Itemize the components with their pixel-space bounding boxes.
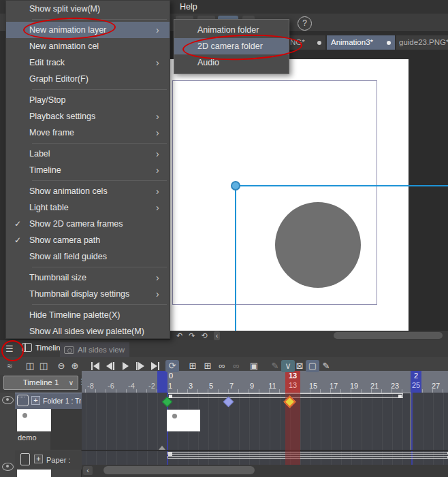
all-sides-camera-icon bbox=[64, 346, 74, 354]
zoom-out-icon[interactable]: ⊖ bbox=[54, 360, 68, 372]
cel-thumbnail-list[interactable] bbox=[17, 409, 51, 431]
menu-item-label: New animation layer bbox=[29, 22, 156, 38]
menu-item-thumbnail-size[interactable]: Thumbnail size› bbox=[6, 269, 170, 286]
menu-item-label: Show All sides view palette(M) bbox=[29, 323, 156, 340]
timeline-selector-dropdown[interactable]: Timeline 1 ∨ bbox=[3, 376, 78, 390]
menu-item-play-stop[interactable]: Play/Stop bbox=[6, 92, 170, 108]
menu-separator bbox=[32, 304, 167, 305]
submenu-item-2d-camera-folder[interactable]: 2D camera folder bbox=[174, 38, 289, 54]
menu-item-new-animation-cel[interactable]: New animation cel bbox=[6, 38, 170, 54]
folder1-visibility-eye-icon[interactable] bbox=[2, 396, 14, 404]
menu-item-label: Show animation cels bbox=[29, 183, 156, 199]
menu-item-label: Show camera path bbox=[29, 232, 156, 248]
menu-item-thumbnail-display-settings[interactable]: Thumbnail display settings› bbox=[6, 286, 170, 302]
menu-item-playback-settings[interactable]: Playback settings› bbox=[6, 108, 170, 125]
submenu-item-animation-folder[interactable]: Animation folder bbox=[174, 22, 289, 38]
menu-item-show-all-field-guides[interactable]: Show all field guides bbox=[6, 248, 170, 265]
tab-guide23[interactable]: guide23.PNG* bbox=[396, 35, 448, 50]
submenu-arrow-icon: › bbox=[156, 199, 170, 216]
menu-separator bbox=[32, 19, 167, 20]
submenu-item-audio[interactable]: Audio bbox=[174, 54, 289, 71]
palette-menu-icon[interactable]: ☰ bbox=[5, 344, 14, 354]
menu-item-label: Show all field guides bbox=[29, 248, 156, 265]
clip-end-handle[interactable] bbox=[398, 395, 402, 398]
menu-item-hide-timeline-palette-x-[interactable]: Hide Timeline palette(X) bbox=[6, 307, 170, 323]
submenu-arrow-icon: › bbox=[156, 146, 170, 162]
collapse-icon[interactable]: ‹ bbox=[214, 331, 221, 340]
go-to-start-button[interactable] bbox=[91, 361, 99, 371]
tab-all-sides-view[interactable]: All sides view bbox=[60, 342, 129, 357]
timeline-hscroll-thumb[interactable] bbox=[103, 466, 255, 474]
menu-item-move-frame[interactable]: Move frame› bbox=[6, 125, 170, 141]
menu-item-light-table[interactable]: Light table› bbox=[6, 199, 170, 216]
timeline-view-icon[interactable]: ◫ bbox=[23, 360, 37, 372]
canvas-hscrollbar[interactable] bbox=[334, 332, 443, 339]
tab-animation3[interactable]: Animation3* bbox=[327, 35, 395, 50]
menu-item-label: Hide Timeline palette(X) bbox=[29, 307, 156, 323]
menu-item-show-all-sides-view-palette-m-[interactable]: Show All sides view palette(M) bbox=[6, 323, 170, 340]
play-button[interactable] bbox=[123, 361, 129, 371]
specify-cels-icon[interactable]: ▣ bbox=[247, 360, 261, 372]
menu-item-new-animation-layer[interactable]: New animation layer› bbox=[6, 22, 170, 38]
graph-editor-icon[interactable]: ≈ bbox=[3, 360, 16, 372]
new-animation-cel-icon[interactable]: ⊞ bbox=[186, 360, 199, 372]
menu-item-label: Label bbox=[29, 146, 156, 162]
paper-thumbnail[interactable] bbox=[17, 470, 51, 477]
menu-item-show-animation-cels[interactable]: Show animation cels› bbox=[6, 183, 170, 199]
camera-path-handle[interactable] bbox=[231, 181, 240, 191]
redo-icon[interactable]: ↷ bbox=[189, 331, 195, 340]
submenu-arrow-icon: › bbox=[156, 125, 170, 141]
menu-item-timeline[interactable]: Timeline› bbox=[6, 162, 170, 178]
new-animation-folder-icon[interactable]: ⊞ bbox=[201, 360, 214, 372]
ruler-number: 5 bbox=[205, 382, 217, 390]
end-frame-number: 25 bbox=[411, 381, 421, 391]
draw-on-cel-icon[interactable]: ✎ bbox=[268, 360, 282, 372]
menu-help[interactable]: Help bbox=[180, 2, 197, 12]
zoom-in-icon[interactable]: ⊕ bbox=[68, 360, 82, 372]
previous-frame-button[interactable] bbox=[106, 361, 114, 371]
menu-separator bbox=[32, 267, 167, 267]
menu-item-show-camera-path[interactable]: ✓Show camera path bbox=[6, 232, 170, 248]
modified-dot-icon bbox=[317, 41, 321, 45]
menu-item-show-split-view-m-[interactable]: Show split view(M) bbox=[6, 1, 170, 17]
loop-playback-icon[interactable]: ⟳ bbox=[165, 360, 179, 372]
reset-rotate-icon[interactable]: ⟲ bbox=[201, 331, 207, 340]
menu-item-label[interactable]: Label› bbox=[6, 146, 170, 162]
animation-menu: Show split view(M)New animation layer›Ne… bbox=[5, 0, 170, 339]
tab-document-1[interactable]: NG* bbox=[286, 35, 325, 50]
playback-end-marker[interactable]: 2 25 bbox=[411, 371, 421, 393]
undo-icon[interactable]: ↶ bbox=[176, 331, 182, 340]
expand-folder1-button[interactable]: + bbox=[31, 396, 40, 405]
edit-track-pen-icon[interactable]: ✎ bbox=[319, 360, 333, 372]
camera-folder-icon[interactable]: ▢ bbox=[306, 360, 319, 372]
scroll-left-button[interactable]: ‹ bbox=[83, 466, 93, 475]
tab-label: guide23.PNG* bbox=[399, 35, 448, 50]
ruler-number: 21 bbox=[368, 382, 381, 390]
paper-visibility-eye-icon[interactable] bbox=[2, 463, 14, 471]
tab-timeline[interactable]: Timeline bbox=[22, 343, 65, 352]
menu-item-label: New animation cel bbox=[29, 38, 156, 54]
expand-paper-button[interactable]: + bbox=[34, 455, 43, 463]
unlink-cels-icon[interactable]: ∞ bbox=[229, 360, 243, 372]
new-timeline-icon[interactable]: ◫ bbox=[37, 360, 50, 372]
submenu-arrow-icon: › bbox=[156, 269, 170, 286]
menu-item-show-2d-camera-frames[interactable]: ✓Show 2D camera frames bbox=[6, 216, 170, 232]
menu-item-edit-track[interactable]: Edit track› bbox=[6, 54, 170, 71]
help-bubble-icon[interactable]: ? bbox=[298, 16, 312, 31]
clip-start-handle[interactable] bbox=[169, 395, 172, 398]
delete-cel-icon[interactable]: ⊠ bbox=[293, 360, 306, 372]
menu-item-graph-editor-f-[interactable]: Graph Editor(F) bbox=[6, 71, 170, 87]
playhead-marker[interactable]: 13 13 bbox=[285, 371, 300, 393]
go-to-end-button[interactable] bbox=[151, 361, 159, 371]
ruler-number: 23 bbox=[389, 382, 401, 390]
frame-ruler[interactable]: 0 13 13 2 25 -8-6-4-21357911151719212327 bbox=[82, 371, 448, 393]
palette-tab-label: All sides view bbox=[78, 346, 125, 354]
link-cels-icon[interactable]: ∞ bbox=[215, 360, 229, 372]
cel-thumbnail-track[interactable] bbox=[167, 410, 200, 431]
next-frame-button[interactable] bbox=[136, 361, 144, 371]
paper-clip-handle[interactable] bbox=[168, 452, 172, 456]
checkmark-icon: ✓ bbox=[6, 232, 29, 248]
paper-clip-bar-1 bbox=[167, 452, 448, 455]
submenu-arrow-icon: › bbox=[156, 183, 170, 199]
submenu-arrow-icon: › bbox=[156, 162, 170, 178]
